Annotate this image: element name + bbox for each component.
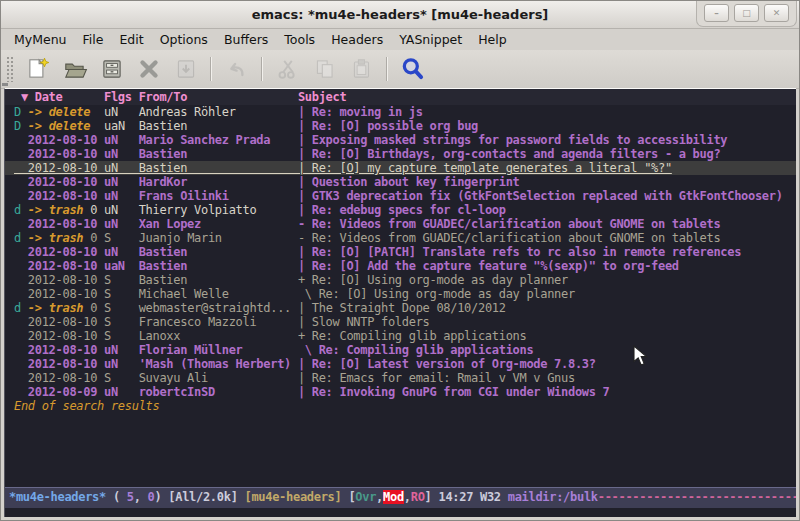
maximize-button[interactable]: □ [734,4,759,22]
message-row[interactable]: 2012-08-10 uN 'Mash (Thomas Herbert) | R… [5,357,796,371]
row-segment-subj: | Re: [O] possible org bug [298,119,478,133]
mode-line-segment: [mu4e-headers] [245,490,342,504]
row-segment-unread: 2012-08-10 uN Florian Müllner \ Re: Comp… [14,343,533,357]
row-segment-mark: d [14,301,21,315]
row-segment-read: 2012-08-10 S Bastien + Re: [O] Using org… [14,273,568,287]
row-segment-plain: uN Andreas Röhler [90,105,298,119]
menu-item-options[interactable]: Options [152,30,216,49]
message-row[interactable]: d -> trash 0 S Juanjo Marin - Re: Videos… [5,231,796,245]
message-row[interactable]: 2012-08-10 uN Xan Lopez - Re: Videos fro… [5,217,796,231]
paste-icon [343,54,380,84]
new-file-icon[interactable] [19,54,56,84]
menu-item-tools[interactable]: Tools [276,30,323,49]
row-segment-read: 2012-08-10 S Lanoxx + Re: Compiling glib… [14,329,526,343]
mode-line[interactable]: *mu4e-headers* ( 5, 0) [All/2.0k] [mu4e-… [5,487,796,508]
close-button[interactable]: ✕ [764,4,789,22]
message-row[interactable]: 2012-08-10 uN Florian Müllner \ Re: Comp… [5,343,796,357]
row-segment-mark: D [14,105,21,119]
message-row[interactable]: 2012-08-10 S Lanoxx + Re: Compiling glib… [5,329,796,343]
row-segment-unread: 2012-08-10 uN Mario Sanchez Prada | Expo… [14,133,727,147]
mode-line-segment: ----------------------------- [598,490,796,504]
row-segment-read: 0 S Juanjo Marin - Re: Videos from GUADE… [83,231,720,245]
row-segment-mark: D [14,119,21,133]
message-row[interactable]: d -> trash 0 uN Thierry Volpiatto | Re: … [5,203,796,217]
toolbar-grip-handle[interactable] [6,56,14,82]
message-row[interactable]: d -> trash 0 S webmaster@straightd... | … [5,301,796,315]
row-segment-unread: 2012-08-10 uN Bastien | Re: [O] Birthday… [14,147,720,161]
menu-item-yasnippet[interactable]: YASnippet [391,30,470,49]
message-row[interactable]: 2012-08-10 S Michael Welle \ Re: [O] Usi… [5,287,796,301]
cut-icon [269,54,306,84]
row-segment-read: 0 S webmaster@straightd... | The Straigh… [83,301,505,315]
row-segment-mark: d [14,231,21,245]
message-row[interactable]: 2012-08-09 uN robertcInSD | Re: Invoking… [5,385,796,399]
menu-item-edit[interactable]: Edit [111,30,151,49]
close-buffer-icon[interactable] [130,54,167,84]
save-as-icon [167,54,204,84]
row-segment-plain: 0 uN Thierry Volpiatto [83,203,298,217]
message-row[interactable]: 2012-08-10 uaN Bastien | Re: [O] Add the… [5,259,796,273]
undo-icon [218,54,255,84]
row-segment-read: 2012-08-10 S Francesco Mazzoli | Slow NN… [14,315,429,329]
window-title: emacs: *mu4e-headers* [mu4e-headers] [252,7,549,22]
message-row[interactable]: 2012-08-10 uN Bastien | Re: [O] [PATCH] … [5,245,796,259]
mode-line-segment: 5 [127,490,134,504]
row-segment-subj: | Re: edebug specs for cl-loop [298,203,506,217]
mode-line-segment: , [404,490,411,504]
minimize-button[interactable]: – [704,4,729,22]
message-row[interactable]: 2012-08-10 S Bastien + Re: [O] Using org… [5,273,796,287]
row-segment-unread: 2012-08-10 uN Frans Oilinki | GTK3 depre… [14,189,783,203]
menu-item-headers[interactable]: Headers [323,30,391,49]
search-icon[interactable] [394,54,431,84]
buffer-empty-space [5,413,796,487]
mode-line-segment: maildir:/bulk [508,490,598,504]
save-icon[interactable] [93,54,130,84]
mode-line-segment: , [134,490,148,504]
menu-bar: MyMenuFileEditOptionsBuffersToolsHeaders… [1,29,799,50]
message-row-current[interactable]: 2012-08-10 uN Bastien | Re: [O] my captu… [5,161,796,175]
row-segment-cur: 2012-08-10 uN Bastien | Re: [O] my captu… [14,161,672,175]
message-list: D -> delete uN Andreas Röhler | Re: movi… [5,105,796,399]
menu-item-help[interactable]: Help [470,30,515,49]
row-segment-action: -> trash [21,203,83,217]
row-segment-plain: uaN Bastien [90,119,298,133]
open-folder-icon[interactable] [56,54,93,84]
mode-line-segment: ( [106,490,127,504]
message-row[interactable]: 2012-08-10 uN Frans Oilinki | GTK3 depre… [5,189,796,203]
toolbar-separator [261,57,263,81]
message-row[interactable]: D -> delete uaN Bastien | Re: [O] possib… [5,119,796,133]
message-row[interactable]: 2012-08-10 uN Mario Sanchez Prada | Expo… [5,133,796,147]
end-of-results-text: End of search results [5,399,796,413]
mode-line-segment: Mod [383,490,404,504]
row-segment-read: 2012-08-10 S Michael Welle \ Re: [O] Usi… [14,287,575,301]
row-segment-unread: 2012-08-09 uN robertcInSD | Re: Invoking… [14,385,610,399]
row-segment-unread: 2012-08-10 uaN Bastien | Re: [O] Add the… [14,259,679,273]
mode-line-segment: Ovr [355,490,376,504]
headers-column-titles: ▼ Date Flgs From/To Subject [5,89,796,105]
message-row[interactable]: 2012-08-10 S Suvayu Ali | Re: Emacs for … [5,371,796,385]
menu-item-mymenu[interactable]: MyMenu [6,30,75,49]
row-segment-read: 2012-08-10 S Suvayu Ali | Re: Emacs for … [14,371,575,385]
row-segment-unread: 2012-08-10 uN HardKor | Question about k… [14,175,520,189]
message-row[interactable]: 2012-08-10 uN HardKor | Question about k… [5,175,796,189]
mode-line-segment: , [376,490,383,504]
row-segment-unread: 2012-08-10 uN Xan Lopez - Re: Videos fro… [14,217,720,231]
message-row[interactable]: 2012-08-10 S Francesco Mazzoli | Slow NN… [5,315,796,329]
row-segment-mark: d [14,203,21,217]
mode-line-segment: ] 14:27 W32 [425,490,508,504]
row-segment-action: -> delete [21,105,90,119]
row-segment-unread: 2012-08-10 uN Bastien | Re: [O] [PATCH] … [14,245,741,259]
message-row[interactable]: D -> delete uN Andreas Röhler | Re: movi… [5,105,796,119]
buffer-area: ▼ Date Flgs From/To Subject D -> delete … [4,88,796,517]
fringe-indicator [2,83,8,86]
minibuffer-echo-area[interactable] [5,508,796,517]
row-segment-action: -> delete [21,119,90,133]
titlebar[interactable]: emacs: *mu4e-headers* [mu4e-headers] – □… [1,1,799,29]
toolbar-separator [386,57,388,81]
menu-item-file[interactable]: File [75,30,112,49]
message-row[interactable]: 2012-08-10 uN Bastien | Re: [O] Birthday… [5,147,796,161]
menu-item-buffers[interactable]: Buffers [216,30,276,49]
row-segment-subj: | Re: moving in js [298,105,423,119]
row-segment-action: -> trash [21,231,83,245]
tool-bar [1,50,799,89]
